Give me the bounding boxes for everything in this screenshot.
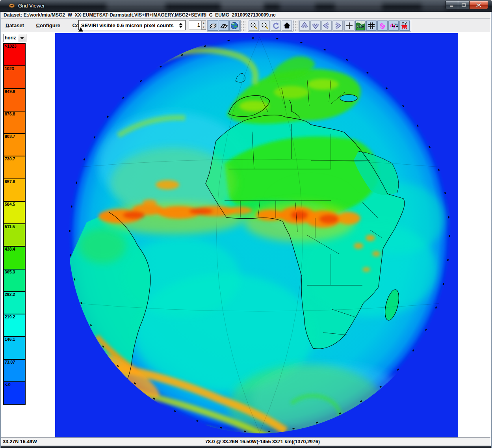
titlebar-glass-blur [280,2,315,10]
home-icon [283,22,291,29]
zoom-in-button[interactable] [249,20,259,31]
grid-viewer-window: Grid Viewer Dataset: E:/work/miu/MSG2_W_… [0,0,492,448]
content-area: horiz >10231023949.9876.8803.7730.7657.6… [1,32,490,437]
menu-dataset[interactable]: Dataset [6,22,24,28]
level-input[interactable] [189,21,201,30]
legend-block: 657.6 [3,178,26,202]
chevron-left-icon [323,22,330,30]
legend-blocks: >10231023949.9876.8803.7730.7657.6584.55… [3,43,26,405]
map-panel[interactable] [55,33,458,437]
legend-block-label: 146.1 [4,337,25,342]
legend-block-label: 949.9 [4,89,25,94]
legend-block-label: >1023 [4,44,25,48]
chevron-down-icon [312,22,319,29]
titlebar-glass-blur [421,2,445,10]
legend-block-label: <.0 [4,382,25,387]
globe-disk [65,36,451,437]
legend-block: 365.3 [3,269,26,292]
legend-block-label: 219.2 [4,314,25,319]
legend-block: 219.2 [3,314,26,337]
zoom-out-icon [261,22,269,30]
window-controls [446,1,488,9]
toolbar-separator [293,20,298,31]
legend-block-label: 876.8 [4,112,25,116]
legend-block: 584.5 [3,201,26,224]
new-display-tab-button[interactable] [208,20,218,31]
storm-track-button[interactable] [377,20,388,31]
spin-up-icon[interactable]: ▲ [202,21,206,25]
map-date-icon [356,21,365,30]
undo-view-button[interactable] [271,20,281,31]
new-display-window-button[interactable] [219,20,229,31]
storm-swirl-icon [379,22,386,30]
spin-down-icon[interactable]: ▼ [202,25,206,30]
home-view-button[interactable] [282,20,292,31]
satellite-globe[interactable] [55,33,458,437]
window-left-border [0,12,1,448]
dataset-path-bar: Dataset: E:/work/miu/MSG2_W_XX-EUMETSAT-… [1,12,490,19]
field-selector-combobox[interactable]: SEVIRI visible 0.6 micron pixel counts [78,20,186,30]
chevron-right-icon [334,22,341,30]
probe-value-readout: 78.0 @ 33.26N 16.50W(-1455 3371 km)(1370… [205,439,320,444]
zoom-in-icon [250,22,258,30]
titlebar-glass-blur [335,2,382,10]
legend-block-label: 511.5 [4,224,25,229]
zoom-out-button[interactable] [260,20,270,31]
add-point-button[interactable] [344,20,355,31]
legend-block: 511.5 [3,223,26,247]
minimize-button[interactable] [446,1,458,9]
grid-icon [368,22,375,30]
toolbar-separator [241,20,246,31]
legend-orientation-combobox[interactable]: horiz [3,34,26,42]
legend-block-label: 657.6 [4,179,25,184]
legend-block: >1023 [3,43,26,66]
close-button[interactable] [470,1,488,9]
data-probe-button[interactable] [399,20,410,31]
storm-number-button[interactable]: 171 [388,20,399,31]
layers-icon [209,22,217,29]
legend-block: 292.2 [3,291,26,314]
legend-block: 803.7 [3,133,26,156]
undo-arrow-icon [272,22,280,30]
menu-configure[interactable]: Configure [36,22,60,28]
globe-display-button[interactable] [229,20,240,31]
menu-toolbar: Dataset Configure Controls SEVIRI visibl… [1,19,490,33]
pan-right-button[interactable] [332,20,343,31]
legend-orientation-value: horiz [3,34,18,42]
display-button-group [207,20,241,32]
overlapping-sheets-icon [220,22,228,29]
globe-icon [230,22,238,30]
legend-block: 1023 [3,65,26,89]
legend-block: 438.4 [3,246,26,269]
grid-overlay-button[interactable] [366,20,377,31]
field-selector-value: SEVIRI visible 0.6 micron pixel counts [79,22,178,28]
close-icon [476,3,481,7]
chevron-up-icon [301,22,308,29]
window-bottom-border [0,446,492,448]
probe-crab-icon [400,21,409,30]
pan-up-button[interactable] [299,20,310,31]
maximize-button[interactable] [458,1,470,9]
legend-block: <.0 [3,381,26,405]
combo-arrows-icon[interactable] [178,23,184,28]
mouse-cursor [78,27,83,32]
legend-block: 73.07 [3,359,26,382]
level-spin-buttons[interactable]: ▲ ▼ [201,21,206,30]
titlebar-glass-blur [106,2,165,10]
chevron-down-icon[interactable] [18,34,26,42]
pan-left-button[interactable] [321,20,332,31]
map-date-button[interactable]: date [355,20,366,31]
legend-block-label: 438.4 [4,247,25,251]
titlebar-glass-blur [221,2,264,10]
legend-block-label: 1023 [4,66,25,71]
legend-block-label: 803.7 [4,134,25,139]
legend-block-label: 730.7 [4,156,25,161]
legend-block-label: 73.07 [4,360,25,364]
legend-block-label: 292.2 [4,292,25,297]
overlay-button-group: date [343,20,411,32]
pan-down-button[interactable] [310,20,321,31]
legend-block: 876.8 [3,111,26,134]
app-icon [9,3,15,8]
plus-icon [346,22,353,29]
level-spinner[interactable]: ▲ ▼ [189,20,206,30]
